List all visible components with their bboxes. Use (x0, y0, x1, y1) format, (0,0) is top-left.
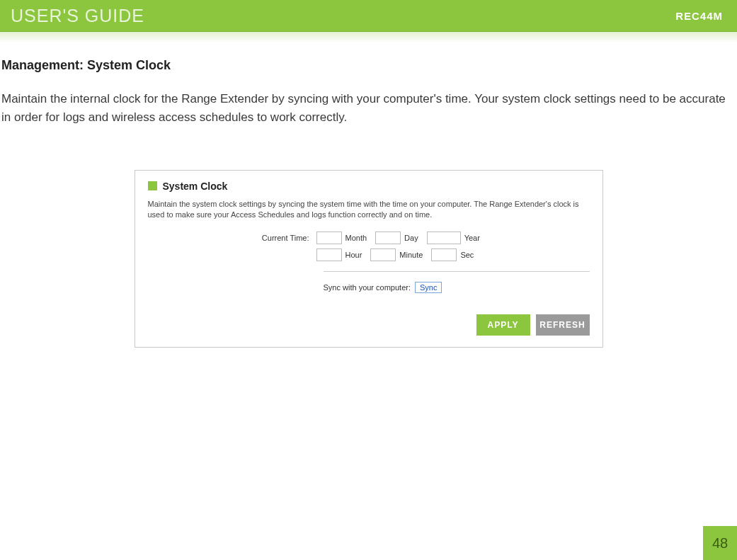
sec-label: Sec (460, 251, 474, 259)
year-field-group: Year (427, 232, 480, 244)
guide-title: USER'S GUIDE (11, 6, 144, 26)
month-label: Month (345, 234, 367, 242)
panel-marker-icon (148, 181, 157, 190)
panel-title: System Clock (163, 181, 228, 192)
hour-input[interactable] (316, 248, 342, 261)
sync-label: Sync with your computer: (324, 283, 411, 292)
month-field-group: Month (316, 232, 367, 244)
panel-wrapper: System Clock Maintain the system clock s… (0, 170, 737, 348)
date-inputs: Month Day Year (316, 232, 489, 244)
model-label: REC44M (675, 10, 723, 22)
header-shade (0, 32, 737, 42)
sec-field-group: Sec (431, 248, 474, 261)
hour-label: Hour (345, 251, 362, 259)
time-row: Hour Minute Sec (148, 248, 590, 261)
day-label: Day (404, 234, 418, 242)
section-title: Management: System Clock (0, 58, 737, 73)
current-time-label: Current Time: (148, 234, 316, 242)
minute-input[interactable] (370, 248, 396, 261)
day-field-group: Day (375, 232, 418, 244)
date-row: Current Time: Month Day Year (148, 232, 590, 244)
year-label: Year (464, 234, 480, 242)
page-content: Management: System Clock Maintain the in… (0, 42, 737, 348)
page-number: 48 (703, 526, 737, 560)
section-description: Maintain the internal clock for the Rang… (0, 90, 737, 127)
month-input[interactable] (316, 232, 342, 244)
minute-label: Minute (399, 251, 423, 259)
panel-header: System Clock (148, 181, 590, 192)
header-bar: USER'S GUIDE REC44M (0, 0, 737, 32)
system-clock-panel: System Clock Maintain the system clock s… (135, 170, 603, 348)
apply-button[interactable]: APPLY (476, 314, 530, 336)
refresh-button[interactable]: REFRESH (536, 314, 590, 336)
time-inputs: Hour Minute Sec (316, 248, 483, 261)
divider (324, 271, 590, 272)
panel-actions: APPLY REFRESH (148, 314, 590, 336)
hour-field-group: Hour (316, 248, 362, 261)
sync-button[interactable]: Sync (415, 282, 442, 293)
year-input[interactable] (427, 232, 461, 244)
panel-description: Maintain the system clock settings by sy… (148, 199, 590, 221)
sec-input[interactable] (431, 248, 457, 261)
day-input[interactable] (375, 232, 401, 244)
minute-field-group: Minute (370, 248, 423, 261)
sync-row: Sync with your computer: Sync (324, 282, 590, 293)
